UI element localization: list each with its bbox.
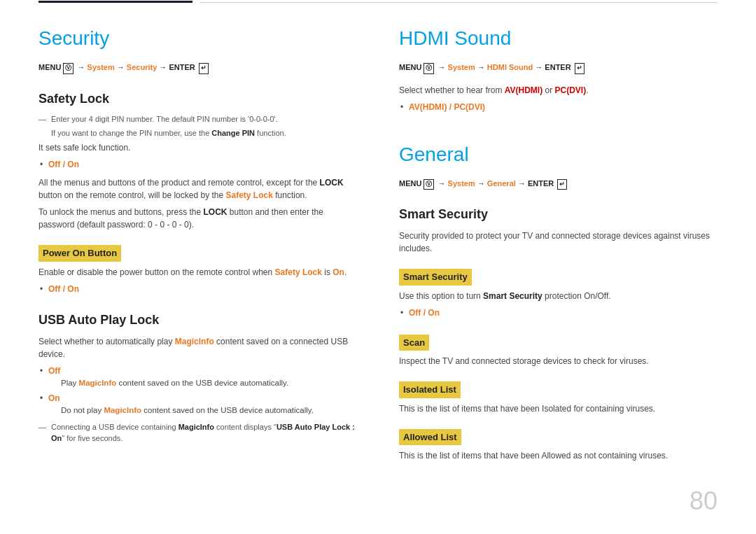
menu-icon: Ⓥ: [63, 63, 74, 74]
smart-security-title: Smart Security: [399, 205, 718, 224]
divider-light: [200, 2, 718, 3]
right-column: HDMI Sound MENU Ⓥ → System → HDMI Sound …: [399, 24, 718, 466]
divider-dark: [38, 1, 192, 3]
safety-lock-off-on: Off / On: [48, 160, 79, 169]
hdmi-menu-label: MENU: [399, 63, 421, 71]
smart-security-off-on: Off / On: [409, 308, 440, 318]
main-columns: Security MENU Ⓥ → System → Security → EN…: [0, 24, 756, 466]
usb-auto-play-note: Connecting a USB device containing Magic…: [38, 422, 357, 444]
gen-menu-label: MENU: [399, 179, 421, 188]
hdmi-system-link: System: [448, 63, 475, 71]
allowed-list-highlight: Allowed List: [399, 429, 461, 446]
general-menu-path: MENU Ⓥ → System → General → ENTER ↵: [399, 178, 718, 190]
usb-off-label: Off: [48, 366, 60, 376]
power-on-off-on: Off / On: [48, 284, 79, 294]
power-on-button-body: Enable or disable the power button on th…: [38, 266, 357, 279]
smart-security-options: Off / On: [399, 307, 718, 319]
gen-general-link: General: [487, 179, 516, 188]
hdmi-enter-icon: ↵: [575, 63, 584, 74]
isolated-list-highlight: Isolated List: [399, 381, 461, 398]
gen-menu-icon: Ⓥ: [424, 179, 434, 190]
hdmi-sound-title: HDMI Sound: [399, 24, 718, 53]
hdmi-sound-options: AV(HDMI) / PC(DVI): [399, 101, 718, 113]
menu-label: MENU: [38, 63, 61, 71]
security-link: Security: [127, 63, 157, 71]
gen-system-link: System: [448, 179, 475, 188]
safety-lock-title: Safety Lock: [38, 90, 357, 108]
allowed-list-body: This is the list of items that have been…: [399, 449, 718, 462]
usb-on-label: On: [48, 393, 60, 403]
gen-enter-icon: ↵: [557, 179, 567, 190]
left-column: Security MENU Ⓥ → System → Security → EN…: [38, 24, 357, 466]
enter-icon: ↵: [199, 63, 209, 74]
safety-lock-note1: Enter your 4 digit PIN number. The defau…: [38, 114, 357, 125]
usb-auto-play-lock-title: USB Auto Play Lock: [38, 311, 357, 330]
general-title: General: [399, 140, 718, 169]
security-menu-path: MENU Ⓥ → System → Security → ENTER ↵: [38, 62, 357, 74]
hdmi-sound-link: HDMI Sound: [487, 63, 533, 71]
top-dividers: [0, 0, 756, 3]
scan-highlight: Scan: [399, 335, 429, 351]
hdmi-menu-icon: Ⓥ: [424, 63, 434, 74]
security-title: Security: [38, 24, 357, 53]
isolated-list-body: This is the list of items that have been…: [399, 402, 718, 415]
usb-auto-play-options: Off Play MagicInfo content saved on the …: [38, 365, 357, 417]
safety-lock-body2: All the menus and buttons of the product…: [38, 176, 357, 202]
hdmi-sound-menu-path: MENU Ⓥ → System → HDMI Sound → ENTER ↵: [399, 62, 718, 74]
smart-security-highlight: Smart Security: [399, 269, 472, 286]
power-on-button-options: Off / On: [38, 283, 357, 295]
system-link: System: [88, 63, 115, 71]
usb-auto-play-body: Select whether to automatically play Mag…: [38, 335, 357, 360]
usb-off-body: Play MagicInfo content saved on the USB …: [48, 377, 357, 389]
power-on-button-label: Power On Button: [38, 245, 121, 262]
smart-security-highlight-body: Use this option to turn Smart Security p…: [399, 290, 718, 302]
hdmi-sound-option: AV(HDMI) / PC(DVI): [409, 102, 485, 112]
usb-on-body: Do not play MagicInfo content saved on t…: [48, 405, 357, 416]
page-number: 80: [690, 482, 718, 520]
smart-security-body: Security provided to protect your TV and…: [399, 230, 718, 255]
safety-lock-options: Off / On: [38, 158, 357, 171]
scan-body: Inspect the TV and connected storage dev…: [399, 355, 718, 367]
safety-lock-note2: If you want to change the PIN number, us…: [38, 127, 357, 139]
safety-lock-body3: To unlock the menus and buttons, press t…: [38, 206, 357, 231]
page-container: Security MENU Ⓥ → System → Security → EN…: [0, 0, 756, 534]
safety-lock-body1: It sets safe lock function.: [38, 141, 357, 154]
hdmi-sound-body: Select whether to hear from AV(HDMI) or …: [399, 84, 718, 97]
